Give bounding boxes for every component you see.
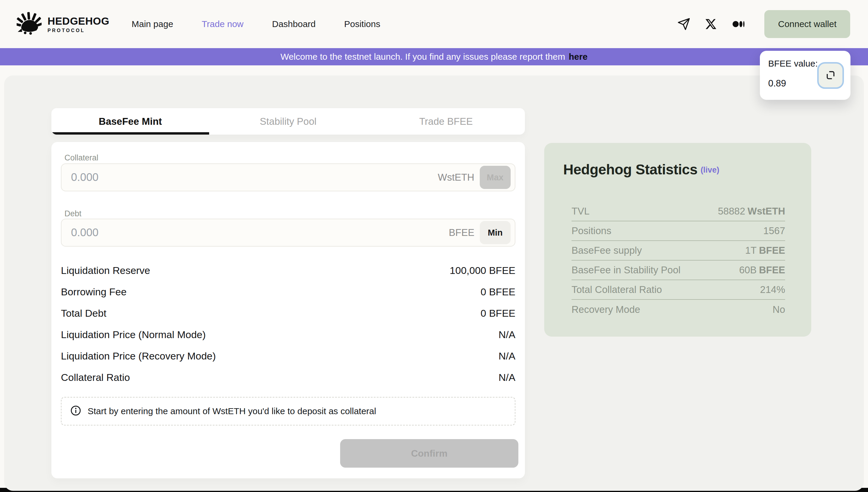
stats-value: No: [773, 304, 785, 315]
stats-row-basefee-stability-pool: BaseFee in Stability Pool 60BBFEE: [572, 261, 785, 280]
brand-subtitle: PROTOCOL: [48, 28, 109, 33]
min-button[interactable]: Min: [480, 221, 511, 244]
stats-label: Total Collateral Ratio: [572, 284, 662, 295]
stats-value: 1T: [745, 245, 757, 256]
brand-logo[interactable]: HEDGEHOG PROTOCOL: [17, 11, 109, 36]
connect-wallet-button[interactable]: Connect wallet: [764, 10, 850, 38]
detail-row-liq-price-normal: Liquidation Price (Normal Mode) N/A: [61, 324, 515, 345]
detail-row-total-debt: Total Debt 0 BFEE: [61, 302, 515, 324]
hedgehog-logo-icon: [17, 11, 42, 36]
detail-row-liq-price-recovery: Liquidation Price (Recovery Mode) N/A: [61, 345, 515, 367]
detail-value: 0 BFEE: [481, 308, 515, 319]
banner-text: Welcome to the testnet launch. If you fi…: [280, 52, 565, 62]
tab-basefee-mint[interactable]: BaseFee Mint: [51, 108, 209, 134]
collateral-input[interactable]: [71, 171, 438, 183]
tab-basefee-mint-label: BaseFee Mint: [99, 116, 162, 127]
nav-main-page[interactable]: Main page: [131, 19, 173, 29]
live-badge: (live): [700, 166, 719, 174]
detail-label: Liquidation Price (Normal Mode): [61, 329, 206, 341]
statistics-panel: Hedgehog Statistics (live) TVL 58882WstE…: [544, 143, 811, 337]
stats-label: Recovery Mode: [572, 304, 640, 315]
collateral-unit: WstETH: [438, 172, 474, 183]
statistics-title-row: Hedgehog Statistics (live): [563, 161, 719, 178]
tab-stability-pool[interactable]: Stability Pool: [209, 108, 367, 134]
nav-dashboard[interactable]: Dashboard: [272, 19, 316, 29]
tab-trade-bfee[interactable]: Trade BFEE: [367, 108, 525, 134]
detail-row-borrowing-fee: Borrowing Fee 0 BFEE: [61, 281, 515, 302]
collateral-input-box: WstETH Max: [61, 164, 515, 191]
stats-row-basefee-supply: BaseFee supply 1TBFEE: [572, 241, 785, 261]
header-right-group: Connect wallet: [677, 10, 850, 38]
stats-row-recovery-mode: Recovery Mode No: [572, 300, 785, 319]
stats-unit: BFEE: [759, 265, 785, 275]
detail-value: 100,000 BFEE: [450, 265, 515, 276]
detail-label: Borrowing Fee: [61, 286, 127, 298]
position-details: Liquidation Reserve 100,000 BFEE Borrowi…: [61, 260, 515, 388]
stats-label: TVL: [572, 205, 590, 217]
medium-icon[interactable]: [731, 17, 745, 31]
detail-value: 0 BFEE: [481, 286, 515, 298]
stats-value: 214%: [760, 284, 785, 295]
telegram-icon[interactable]: [677, 17, 691, 31]
debt-unit: BFEE: [449, 227, 474, 238]
confirm-button[interactable]: Confirm: [340, 439, 518, 468]
debt-input[interactable]: [71, 226, 449, 239]
detail-label: Total Debt: [61, 308, 106, 319]
detail-value: N/A: [498, 350, 515, 362]
stats-unit: WstETH: [748, 205, 786, 217]
trade-tabbar: BaseFee Mint Stability Pool Trade BFEE: [51, 108, 525, 134]
stats-unit: BFEE: [759, 245, 785, 256]
stats-row-positions: Positions 1567: [572, 221, 785, 241]
hint-text: Start by entering the amount of WstETH y…: [88, 406, 376, 416]
bfee-value-widget: BFEE value: 0.89: [760, 51, 850, 100]
x-icon[interactable]: [704, 17, 718, 31]
banner-here-link[interactable]: here: [569, 52, 587, 62]
mint-form-card: Collateral WstETH Max Debt BFEE Min Liqu…: [51, 142, 525, 478]
stats-value: 1567: [764, 225, 785, 236]
hint-box: Start by entering the amount of WstETH y…: [61, 397, 515, 425]
statistics-rows: TVL 58882WstETH Positions 1567 BaseFee s…: [572, 202, 785, 319]
nav-trade-now[interactable]: Trade now: [202, 19, 244, 29]
debt-input-box: BFEE Min: [61, 219, 515, 247]
stats-row-total-collateral-ratio: Total Collateral Ratio 214%: [572, 280, 785, 300]
collateral-label: Collateral: [65, 153, 98, 163]
detail-label: Liquidation Reserve: [61, 265, 150, 276]
nav-positions[interactable]: Positions: [344, 19, 380, 29]
detail-value: N/A: [498, 329, 515, 341]
refresh-icon: [825, 70, 836, 81]
main-container: BaseFee Mint Stability Pool Trade BFEE C…: [4, 75, 864, 491]
testnet-banner: Welcome to the testnet launch. If you fi…: [0, 48, 868, 65]
detail-value: N/A: [498, 372, 515, 383]
main-nav: Main page Trade now Dashboard Positions: [131, 0, 380, 48]
tab-trade-bfee-label: Trade BFEE: [419, 116, 473, 127]
stats-label: Positions: [572, 225, 611, 237]
top-navbar: HEDGEHOG PROTOCOL Main page Trade now Da…: [0, 0, 868, 48]
bfee-refresh-button[interactable]: [817, 62, 844, 89]
brand-name: HEDGEHOG: [48, 15, 109, 27]
detail-label: Liquidation Price (Recovery Mode): [61, 350, 216, 362]
stats-row-tvl: TVL 58882WstETH: [572, 202, 785, 221]
tab-stability-pool-label: Stability Pool: [260, 116, 317, 127]
debt-label: Debt: [65, 209, 81, 218]
detail-row-collateral-ratio: Collateral Ratio N/A: [61, 367, 515, 388]
stats-value: 60B: [739, 265, 757, 275]
detail-label: Collateral Ratio: [61, 372, 130, 383]
stats-label: BaseFee supply: [572, 245, 642, 256]
statistics-title: Hedgehog Statistics: [563, 162, 697, 177]
active-tab-indicator: [51, 132, 209, 134]
detail-row-liquidation-reserve: Liquidation Reserve 100,000 BFEE: [61, 260, 515, 281]
info-icon: [70, 405, 81, 417]
stats-label: BaseFee in Stability Pool: [572, 265, 680, 276]
stats-value: 58882: [718, 205, 745, 217]
max-button[interactable]: Max: [480, 166, 511, 189]
